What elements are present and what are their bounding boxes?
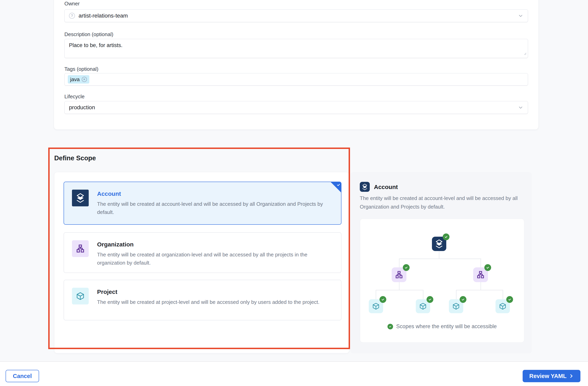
tree-connector xyxy=(456,290,503,290)
tree-connector xyxy=(399,258,481,259)
entity-details-card: Owner ? artist-relations-team Descriptio… xyxy=(54,0,539,129)
lifecycle-value: production xyxy=(69,104,95,111)
review-yaml-label: Review YAML xyxy=(529,373,567,379)
lifecycle-label: Lifecycle xyxy=(64,93,84,100)
footer-bar: Cancel Review YAML xyxy=(0,362,588,386)
check-badge-icon xyxy=(387,324,393,329)
scope-option-organization[interactable]: Organization The entity will be created … xyxy=(63,232,341,273)
account-option-title: Account xyxy=(97,191,333,197)
tree-node-project xyxy=(416,299,430,313)
scope-tree-diagram: Scopes where the entity will be accessib… xyxy=(360,219,524,343)
remove-tag-icon[interactable]: ✕ xyxy=(82,77,87,82)
chevron-right-icon xyxy=(569,374,574,378)
check-badge-icon xyxy=(403,264,410,271)
check-badge-icon xyxy=(427,296,433,303)
owner-select[interactable]: ? artist-relations-team xyxy=(64,9,528,22)
help-circle-icon: ? xyxy=(69,13,75,19)
tree-connector xyxy=(481,259,481,268)
chevron-down-icon xyxy=(518,13,524,19)
organization-hierarchy-icon xyxy=(72,240,89,257)
description-value: Place to be, for artists. xyxy=(69,42,123,48)
tags-input[interactable]: java ✕ xyxy=(64,73,528,86)
owner-value: artist-relations-team xyxy=(79,13,128,19)
tree-connector xyxy=(439,251,439,259)
tag-chip-java: java ✕ xyxy=(68,75,89,84)
account-option-description: The entity will be created at account-le… xyxy=(97,200,333,216)
tree-node-organization xyxy=(392,267,406,282)
account-layers-icon xyxy=(360,182,370,192)
tree-connector xyxy=(481,282,481,290)
tree-connector xyxy=(423,290,423,300)
tree-connector xyxy=(376,290,376,300)
tree-connector xyxy=(399,282,399,290)
tree-node-account xyxy=(432,237,446,251)
check-badge-icon xyxy=(506,296,513,303)
resize-handle-icon[interactable] xyxy=(523,50,527,57)
lifecycle-select[interactable]: production xyxy=(64,101,528,114)
tree-connector xyxy=(503,290,503,300)
organization-option-description: The entity will be created at organizati… xyxy=(97,251,333,267)
tree-node-project xyxy=(449,299,463,313)
cancel-button-label: Cancel xyxy=(13,373,32,379)
organization-option-title: Organization xyxy=(97,241,333,248)
project-option-description: The entity will be created at project-le… xyxy=(97,298,319,306)
tree-connector xyxy=(376,290,423,290)
account-layers-icon xyxy=(72,190,89,206)
legend-text: Scopes where the entity will be accessib… xyxy=(396,323,497,330)
scope-option-account[interactable]: Account The entity will be created at ac… xyxy=(63,182,341,225)
preview-description: The entity will be created at account-le… xyxy=(360,194,519,211)
description-label: Description (optional) xyxy=(64,31,113,38)
check-badge-icon xyxy=(379,296,386,303)
check-badge-icon xyxy=(484,264,491,271)
tags-label: Tags (optional) xyxy=(64,66,99,72)
tree-legend: Scopes where the entity will be accessib… xyxy=(360,323,524,330)
cancel-button[interactable]: Cancel xyxy=(6,370,39,382)
review-yaml-button[interactable]: Review YAML xyxy=(523,370,580,382)
tree-node-organization xyxy=(473,267,488,282)
tree-connector xyxy=(399,259,399,268)
scope-options-card: Account The entity will be created at ac… xyxy=(54,172,349,353)
owner-label: Owner xyxy=(64,0,80,7)
tag-chip-label: java xyxy=(70,76,80,83)
scope-preview-panel: Account The entity will be created at ac… xyxy=(350,172,532,353)
check-badge-icon xyxy=(443,234,449,240)
scope-option-project[interactable]: Project The entity will be created at pr… xyxy=(63,280,341,321)
tree-node-project xyxy=(369,299,383,313)
define-scope-title: Define Scope xyxy=(54,154,96,162)
project-option-title: Project xyxy=(97,288,319,295)
entity-create-page: Owner ? artist-relations-team Descriptio… xyxy=(0,0,588,386)
chevron-down-icon xyxy=(518,105,524,110)
description-textarea[interactable]: Place to be, for artists. xyxy=(64,39,528,58)
check-badge-icon xyxy=(460,296,466,303)
tree-node-project xyxy=(496,299,510,313)
tree-connector xyxy=(456,290,457,300)
project-cube-icon xyxy=(72,288,89,304)
preview-title: Account xyxy=(374,184,398,191)
